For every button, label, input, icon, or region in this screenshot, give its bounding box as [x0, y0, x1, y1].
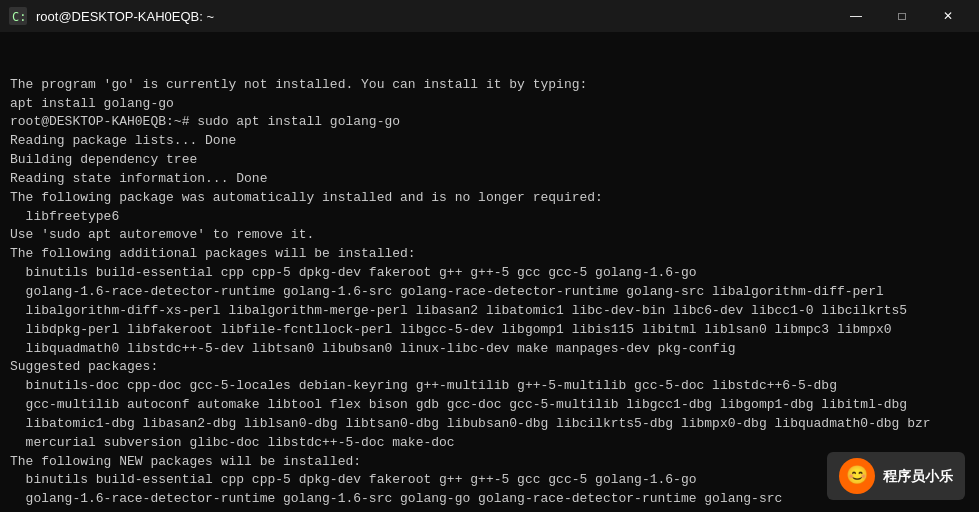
maximize-button[interactable]: □	[879, 0, 925, 32]
watermark: 😊 程序员小乐	[827, 452, 965, 500]
titlebar: C: root@DESKTOP-KAH0EQB: ~ — □ ✕	[0, 0, 979, 32]
watermark-avatar: 😊	[839, 458, 875, 494]
terminal-output: The program 'go' is currently not instal…	[10, 76, 969, 512]
watermark-label: 程序员小乐	[883, 466, 953, 486]
minimize-button[interactable]: —	[833, 0, 879, 32]
close-button[interactable]: ✕	[925, 0, 971, 32]
window-title: root@DESKTOP-KAH0EQB: ~	[36, 9, 833, 24]
svg-text:C:: C:	[12, 10, 26, 24]
window-controls: — □ ✕	[833, 0, 971, 32]
app-icon: C:	[8, 6, 28, 26]
terminal-window[interactable]: The program 'go' is currently not instal…	[0, 32, 979, 512]
